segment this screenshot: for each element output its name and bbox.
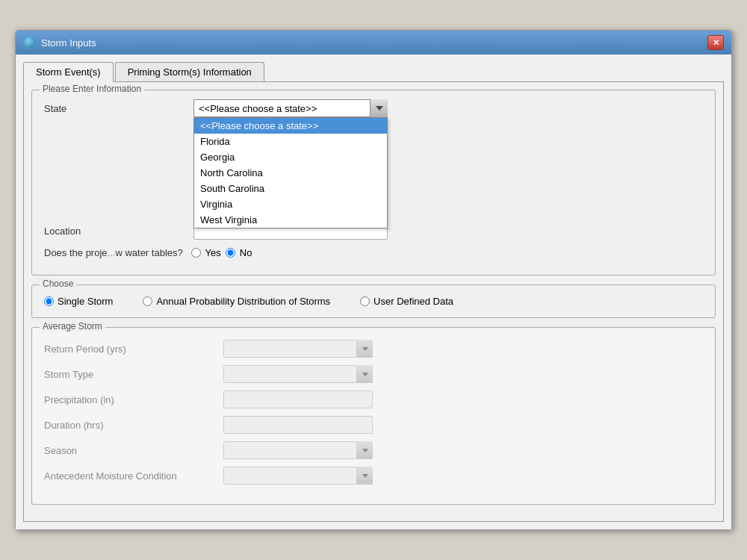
annual-prob-label: Annual Probability Distribution of Storm… [156,296,330,307]
duration-label: Duration (hrs) [44,420,223,431]
state-option-va[interactable]: Virginia [194,196,387,212]
state-label: State [44,103,193,114]
tab-priming-storm[interactable]: Priming Storm(s) Information [115,62,264,81]
close-button[interactable]: ✕ [707,35,724,50]
storm-type-row: Storm Type [44,365,703,383]
state-option-ga[interactable]: Georgia [194,149,387,165]
state-dropdown-display[interactable]: <<Please choose a state>> [193,99,388,117]
water-table-yes-label: Yes [205,247,221,258]
state-option-sc[interactable]: South Carolina [194,181,387,196]
season-label: Season [44,445,223,456]
avg-storm-section-label: Average Storm [40,321,105,332]
single-storm-label: Single Storm [58,296,113,307]
return-period-dropdown[interactable] [223,340,373,358]
window-body: Storm Event(s) Priming Storm(s) Informat… [16,55,731,529]
precipitation-input[interactable] [223,391,373,408]
duration-row: Duration (hrs) [44,416,703,434]
water-table-no-radio[interactable] [226,248,235,258]
water-table-suffix: w water tables? [115,247,182,258]
water-table-radio-group: Yes No [191,247,252,258]
precipitation-label: Precipitation (in) [44,394,223,405]
state-dropdown-container: <<Please choose a state>> <<Please choos… [193,99,388,117]
app-icon [23,36,37,49]
season-dropdown-wrapper [223,441,373,459]
water-table-row: Does the proje...w water tables? Yes No [44,247,703,258]
choose-options-row: Single Storm Annual Probability Distribu… [44,296,703,307]
duration-input[interactable] [223,416,373,434]
state-option-fl[interactable]: Florida [194,134,387,149]
water-table-yes-radio[interactable] [191,248,201,258]
content-area: Please Enter Information State <<Please … [23,82,724,522]
antecedent-moisture-label: Antecedent Moisture Condition [44,470,223,482]
tab-bar: Storm Event(s) Priming Storm(s) Informat… [23,62,724,82]
season-dropdown[interactable] [223,441,373,459]
choose-section: Choose Single Storm Annual Probability D… [31,284,716,318]
info-section-label: Please Enter Information [40,84,144,94]
state-option-nc[interactable]: North Carolina [194,165,387,181]
title-bar-left: Storm Inputs [23,36,96,49]
antecedent-moisture-dropdown-wrapper [223,467,373,485]
state-option-wv[interactable]: West Virginia [194,212,387,228]
location-label: Location [44,225,193,237]
return-period-dropdown-wrapper [223,340,373,358]
user-defined-radio[interactable] [360,296,370,306]
single-storm-option: Single Storm [44,296,113,307]
tab-storm-events[interactable]: Storm Event(s) [23,62,114,82]
choose-section-label: Choose [40,279,76,289]
state-row: State <<Please choose a state>> <<Please… [44,99,703,117]
water-table-question-text: Does the proje...w water tables? [44,247,183,258]
antecedent-moisture-dropdown[interactable] [223,467,373,485]
storm-type-dropdown[interactable] [223,365,373,383]
precipitation-row: Precipitation (in) [44,391,703,408]
title-bar: Storm Inputs ✕ [16,31,731,55]
avg-storm-section: Average Storm Return Period (yrs) Storm … [31,327,716,505]
user-defined-option: User Defined Data [360,296,453,307]
state-selected-text: <<Please choose a state>> [199,103,317,114]
window-title: Storm Inputs [41,37,96,49]
return-period-row: Return Period (yrs) [44,340,703,358]
storm-inputs-window: Storm Inputs ✕ Storm Event(s) Priming St… [15,30,732,530]
annual-prob-option: Annual Probability Distribution of Storm… [143,296,330,307]
annual-prob-radio[interactable] [143,296,152,306]
single-storm-radio[interactable] [44,296,54,306]
return-period-label: Return Period (yrs) [44,343,223,355]
storm-type-dropdown-wrapper [223,365,373,383]
state-option-placeholder[interactable]: <<Please choose a state>> [194,118,387,134]
user-defined-label: User Defined Data [374,296,453,307]
antecedent-moisture-row: Antecedent Moisture Condition [44,467,703,485]
state-dropdown-list: <<Please choose a state>> Florida Georgi… [193,117,388,228]
storm-type-label: Storm Type [44,369,223,380]
info-section: Please Enter Information State <<Please … [31,90,716,276]
water-table-partial: Does the proje [44,247,108,258]
season-row: Season [44,441,703,459]
water-table-no-label: No [240,247,252,258]
water-table-ellipsis: ... [108,247,116,258]
state-dropdown-arrow [370,99,388,117]
